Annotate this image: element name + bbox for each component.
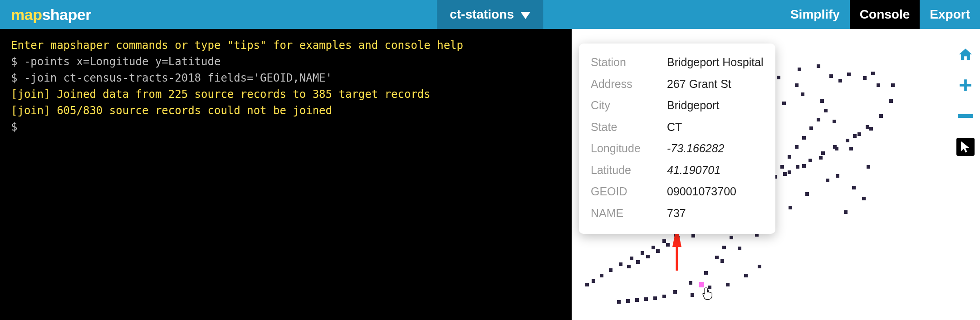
map-point[interactable] — [817, 118, 820, 121]
map-point[interactable] — [796, 165, 799, 169]
map-point[interactable] — [783, 172, 787, 176]
map-point[interactable] — [609, 268, 612, 272]
map-point[interactable] — [798, 68, 801, 71]
map-point[interactable] — [726, 283, 730, 286]
map-point[interactable] — [788, 170, 791, 174]
map-point[interactable] — [646, 255, 650, 258]
zoom-in-button[interactable] — [956, 76, 975, 94]
header-actions: Simplify Console Export — [780, 0, 980, 29]
map-point[interactable] — [691, 234, 695, 238]
map-point[interactable] — [844, 210, 848, 214]
map-point[interactable] — [809, 126, 813, 130]
map-point[interactable] — [820, 99, 824, 103]
map-point[interactable] — [630, 257, 633, 260]
map-point[interactable] — [802, 136, 806, 140]
map-point[interactable] — [877, 83, 880, 87]
map-point[interactable] — [862, 197, 866, 200]
inspect-tool-button[interactable] — [956, 138, 975, 156]
map-point[interactable] — [673, 290, 677, 294]
home-button[interactable] — [956, 45, 975, 63]
map-point[interactable] — [802, 164, 806, 168]
map-point[interactable] — [833, 145, 837, 149]
map-canvas[interactable]: StationBridgeport HospitalAddress267 Gra… — [572, 29, 980, 320]
layer-selector[interactable]: ct-stations — [437, 0, 543, 29]
map-point[interactable] — [619, 262, 622, 266]
map-point[interactable] — [838, 79, 842, 82]
map-point[interactable] — [879, 114, 883, 118]
map-point[interactable] — [789, 206, 792, 209]
map-point[interactable] — [653, 296, 657, 300]
map-point-selected[interactable] — [699, 282, 704, 287]
console-command: -points x=Longitude y=Latitude — [24, 55, 220, 68]
map-point[interactable] — [738, 247, 741, 250]
map-point[interactable] — [705, 290, 709, 293]
map-point[interactable] — [889, 99, 893, 103]
map-point[interactable] — [676, 242, 680, 246]
map-point[interactable] — [833, 120, 836, 123]
map-point[interactable] — [730, 236, 733, 239]
map-point[interactable] — [592, 279, 595, 283]
map-point[interactable] — [758, 265, 761, 268]
popup-key: GEOID — [591, 181, 667, 203]
map-point[interactable] — [858, 132, 861, 136]
map-point[interactable] — [891, 83, 895, 87]
map-point[interactable] — [662, 239, 666, 243]
map-point[interactable] — [652, 246, 655, 249]
map-point[interactable] — [635, 298, 639, 302]
map-point[interactable] — [826, 179, 829, 182]
map-point[interactable] — [704, 271, 708, 275]
map-point[interactable] — [780, 165, 784, 169]
map-point[interactable] — [644, 297, 648, 301]
console-prompt: $ — [11, 121, 24, 133]
map-point[interactable] — [715, 256, 719, 259]
popup-key: Longitude — [591, 138, 667, 160]
map-point[interactable] — [829, 74, 833, 78]
map-point[interactable] — [708, 286, 711, 289]
console-panel[interactable]: Enter mapshaper commands or type "tips" … — [0, 29, 572, 320]
map-point[interactable] — [867, 165, 870, 169]
map-point[interactable] — [636, 260, 640, 264]
export-button[interactable]: Export — [920, 0, 980, 29]
map-point[interactable] — [817, 64, 820, 68]
map-point[interactable] — [808, 159, 812, 162]
map-point[interactable] — [600, 274, 603, 277]
map-point[interactable] — [782, 102, 786, 105]
console-button[interactable]: Console — [850, 0, 920, 29]
map-point[interactable] — [853, 134, 857, 138]
map-point[interactable] — [691, 293, 694, 297]
map-point[interactable] — [819, 156, 823, 160]
map-point[interactable] — [852, 186, 856, 189]
map-point[interactable] — [846, 139, 849, 142]
popup-row: StateCT — [591, 116, 764, 138]
map-point[interactable] — [744, 274, 748, 277]
map-point[interactable] — [866, 125, 869, 129]
map-point[interactable] — [821, 151, 825, 155]
map-point[interactable] — [849, 147, 853, 150]
map-point[interactable] — [627, 265, 631, 268]
map-point[interactable] — [777, 76, 780, 79]
map-point[interactable] — [666, 243, 670, 247]
map-point[interactable] — [847, 73, 851, 76]
map-point[interactable] — [720, 259, 724, 263]
map-point[interactable] — [863, 76, 867, 80]
map-point[interactable] — [795, 145, 799, 149]
map-point[interactable] — [805, 192, 809, 196]
map-point[interactable] — [788, 155, 791, 159]
simplify-button[interactable]: Simplify — [780, 0, 850, 29]
map-point[interactable] — [722, 246, 726, 249]
map-point[interactable] — [662, 295, 666, 298]
map-point[interactable] — [641, 251, 644, 255]
zoom-out-button[interactable] — [956, 107, 975, 125]
map-point[interactable] — [869, 127, 873, 131]
map-point[interactable] — [824, 109, 828, 112]
map-point[interactable] — [801, 92, 804, 96]
map-point[interactable] — [676, 236, 680, 239]
map-point[interactable] — [836, 174, 839, 178]
map-point[interactable] — [585, 283, 589, 286]
map-point[interactable] — [626, 299, 630, 303]
map-point[interactable] — [795, 83, 799, 87]
map-point[interactable] — [689, 281, 692, 285]
map-point[interactable] — [656, 249, 660, 253]
map-point[interactable] — [871, 72, 875, 75]
map-point[interactable] — [617, 300, 621, 304]
